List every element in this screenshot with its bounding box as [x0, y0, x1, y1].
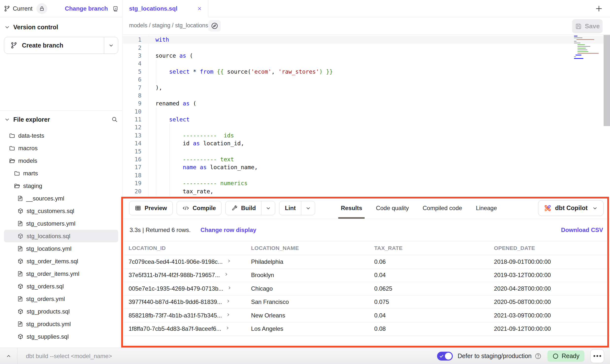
table-row[interactable]: 7c079cea-5ed4-4101-906e-9198c...Philadel…: [123, 255, 610, 269]
tree-file-stg_customers.sql[interactable]: stg_customers.sql: [4, 205, 118, 217]
table-row[interactable]: 005e7e1c-1935-4269-b479-0713b...Chicago0…: [123, 282, 610, 296]
save-label: Save: [585, 22, 600, 30]
change-row-display-link[interactable]: Change row display: [201, 227, 256, 233]
tree-item-label: stg_products.sql: [27, 308, 70, 315]
tree-file-stg_orders.sql[interactable]: stg_orders.sql: [4, 280, 118, 293]
cell-location-id: 7c079cea-5ed4-4101-906e-9198c...: [129, 258, 251, 265]
folder-icon: [14, 183, 20, 189]
tree-file-stg_order_items.sql[interactable]: stg_order_items.sql: [4, 255, 118, 267]
code-line-20[interactable]: 20 tax_rate,: [123, 187, 610, 195]
line-number: 2: [123, 45, 141, 51]
preview-button[interactable]: Preview: [129, 201, 173, 215]
version-control-header[interactable]: Version control: [0, 19, 122, 35]
lint-dropdown[interactable]: [301, 201, 315, 215]
tree-folder-staging[interactable]: staging: [4, 180, 118, 192]
code-text: select: [141, 116, 189, 123]
tree-folder-macros[interactable]: macros: [4, 142, 118, 154]
tree-folder-models[interactable]: models: [4, 154, 118, 167]
tree-file-stg_locations.sql[interactable]: stg_locations.sql: [4, 230, 118, 242]
table-row[interactable]: 37e5f311-b7f4-4f2f-988b-719657...Brookly…: [123, 269, 610, 282]
code-line-8[interactable]: 8: [123, 92, 610, 99]
tab-lineage[interactable]: Lineage: [469, 197, 504, 219]
create-branch-button[interactable]: Create branch: [4, 37, 118, 54]
compile-button[interactable]: Compile: [177, 201, 222, 215]
code-line-6[interactable]: 6: [123, 76, 610, 83]
chevron-down-icon: [265, 205, 271, 211]
code-line-4[interactable]: 4: [123, 60, 610, 67]
command-input[interactable]: dbt build --select <model_name>: [26, 353, 112, 360]
expand-chevron-icon[interactable]: [227, 286, 232, 290]
dbt-copilot-button[interactable]: dbt Copilot: [538, 200, 604, 216]
tree-file-stg_order_items.yml[interactable]: stg_order_items.yml: [4, 267, 118, 280]
tree-folder-marts[interactable]: marts: [4, 167, 118, 180]
line-number: 14: [123, 140, 141, 147]
change-branch-link[interactable]: Change branch: [65, 5, 108, 12]
code-line-2[interactable]: 2: [123, 44, 610, 51]
more-options-button[interactable]: [590, 349, 604, 363]
expand-chevron-icon[interactable]: [224, 272, 228, 277]
tab-code-quality[interactable]: Code quality: [369, 197, 416, 219]
code-line-3[interactable]: 3source as (: [123, 52, 610, 60]
expand-chevron-icon[interactable]: [227, 259, 231, 263]
build-button[interactable]: Build: [225, 201, 275, 215]
wrench-icon: [231, 205, 237, 211]
code-line-7[interactable]: 7),: [123, 83, 610, 91]
tab-compiled-code[interactable]: Compiled code: [416, 197, 469, 219]
lint-button[interactable]: Lint: [279, 201, 315, 215]
help-icon[interactable]: [535, 353, 542, 360]
save-button[interactable]: Save: [572, 19, 603, 33]
tree-file-stg_orders.yml[interactable]: stg_orders.yml: [4, 293, 118, 305]
code-line-1[interactable]: 1with: [123, 36, 610, 44]
code-line-12[interactable]: 12: [123, 123, 610, 131]
tree-file-stg_locations.yml[interactable]: stg_locations.yml: [4, 242, 118, 255]
code-line-9[interactable]: 9renamed as (: [123, 99, 610, 107]
table-row[interactable]: 858218fb-73f7-4b1b-a31f-57b345...New Orl…: [123, 309, 610, 322]
expand-chevron-icon[interactable]: [226, 299, 230, 303]
tree-file-stg_products.sql[interactable]: stg_products.sql: [4, 305, 118, 318]
table-row[interactable]: 1f8ffa70-7cb5-4d83-8a7f-9aceef6...Los An…: [123, 322, 610, 336]
code-text: tax_rate,: [141, 188, 213, 195]
code-line-5[interactable]: 5 select * from {{ source('ecom', 'raw_s…: [123, 68, 610, 76]
cell-opened-date: 2020-05-08T00:00:00: [494, 298, 610, 305]
expand-chevron-icon[interactable]: [226, 313, 230, 317]
compass-icon[interactable]: [208, 20, 221, 32]
new-tab-plus-icon[interactable]: [595, 4, 603, 13]
code-line-21[interactable]: 21: [123, 195, 610, 197]
expand-chevron-icon[interactable]: [225, 326, 230, 330]
search-icon[interactable]: [111, 116, 118, 123]
folder-icon: [9, 145, 15, 151]
tree-file-__sources.yml[interactable]: __sources.yml: [4, 192, 118, 205]
code-line-16[interactable]: 16 ---------- text: [123, 155, 610, 163]
tab-results[interactable]: Results: [334, 197, 369, 219]
chevron-up-icon[interactable]: [0, 353, 17, 359]
download-csv-link[interactable]: Download CSV: [561, 227, 603, 233]
tree-file-stg_supplies.sql[interactable]: stg_supplies.sql: [4, 330, 118, 343]
branch-row: Current Change branch: [0, 0, 122, 17]
create-branch-dropdown[interactable]: [104, 37, 118, 53]
copy-icon[interactable]: [112, 5, 118, 12]
line-number: 8: [123, 92, 141, 99]
editor-scrollbar[interactable]: [604, 35, 610, 126]
tree-file-stg_products.yml[interactable]: stg_products.yml: [4, 318, 118, 330]
tree-folder-data-tests[interactable]: data-tests: [4, 129, 118, 142]
code-line-19[interactable]: 19 ---------- numerics: [123, 179, 610, 187]
defer-toggle[interactable]: [437, 352, 453, 361]
code-line-14[interactable]: 14 id as location_id,: [123, 139, 610, 147]
code-line-17[interactable]: 17 name as location_name,: [123, 163, 610, 171]
table-row[interactable]: 3977f440-b87d-461b-9dd6-81839...San Fran…: [123, 296, 610, 309]
code-line-11[interactable]: 11 select: [123, 116, 610, 123]
line-number: 10: [123, 108, 141, 115]
tree-file-stg_customers.yml[interactable]: stg_customers.yml: [4, 217, 118, 230]
file-explorer-header[interactable]: File explorer: [0, 111, 122, 128]
code-line-18[interactable]: 18: [123, 171, 610, 179]
status-badge[interactable]: Ready: [547, 350, 584, 362]
code-line-10[interactable]: 10: [123, 108, 610, 116]
code-editor[interactable]: 1with23source as (45 select * from {{ so…: [123, 35, 610, 197]
sidebar: Current Change branch Version control: [0, 0, 122, 348]
close-icon[interactable]: [197, 6, 202, 11]
minimap[interactable]: [574, 36, 603, 60]
code-line-15[interactable]: 15: [123, 147, 610, 155]
build-dropdown[interactable]: [261, 201, 275, 215]
code-line-13[interactable]: 13 ---------- ids: [123, 132, 610, 139]
tab-stg-locations-sql[interactable]: stg_locations.sql: [123, 0, 208, 17]
